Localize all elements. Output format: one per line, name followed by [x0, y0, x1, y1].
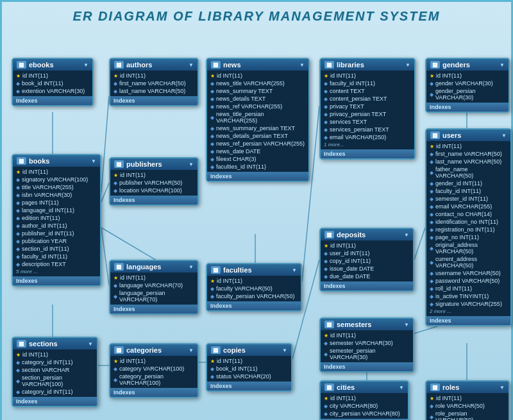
- dropdown-arrow-publishers[interactable]: ▼: [189, 162, 194, 167]
- field-icon: ◆: [16, 177, 20, 183]
- table-icon-categories: ▦: [114, 346, 124, 354]
- dropdown-arrow-users[interactable]: ▼: [501, 133, 507, 139]
- table-header-categories: ▦categories▼: [110, 344, 198, 356]
- dropdown-arrow-authors[interactable]: ▼: [189, 62, 194, 68]
- table-footer-sections[interactable]: Indexes: [13, 397, 97, 406]
- field-text: faculty_id INT(11): [22, 253, 67, 260]
- dropdown-arrow-faculties[interactable]: ▼: [292, 267, 297, 273]
- field-text: id INT(11): [120, 72, 146, 79]
- dropdown-arrow-news[interactable]: ▼: [299, 62, 305, 68]
- field-text: category_id INT(11): [22, 389, 73, 395]
- dropdown-arrow-sections[interactable]: ▼: [88, 341, 93, 347]
- field-icon: ◆: [210, 294, 214, 299]
- table-row: ◆edition INT(11): [13, 214, 100, 222]
- table-header-semesters: ▦semesters▼: [321, 319, 413, 330]
- field-icon: ◆: [324, 88, 328, 94]
- table-footer-categories[interactable]: Indexes: [110, 388, 198, 397]
- field-icon: ★: [210, 73, 215, 79]
- field-text: category_persian VARCHAR(100): [119, 373, 194, 386]
- table-semesters: ▦semesters▼★id INT(11)◆semester VARCHAR(…: [319, 317, 414, 373]
- table-footer-libraries[interactable]: Indexes: [321, 149, 414, 158]
- table-icon-books: ▦: [17, 157, 26, 165]
- table-deposits: ▦deposits▼★id INT(11)◆user_id INT(11)◆co…: [319, 228, 414, 292]
- table-footer-authors[interactable]: Indexes: [110, 96, 198, 105]
- svg-line-1: [101, 96, 109, 192]
- table-footer-faculties[interactable]: Indexes: [207, 301, 301, 310]
- table-footer-semesters[interactable]: Indexes: [321, 362, 413, 371]
- table-row: ★id INT(11): [321, 332, 413, 339]
- table-icon-genders: ▦: [430, 61, 440, 69]
- dropdown-arrow-libraries[interactable]: ▼: [405, 62, 410, 68]
- dropdown-arrow-roles[interactable]: ▼: [500, 385, 505, 391]
- field-icon: ◆: [430, 204, 433, 210]
- field-icon: ◆: [324, 251, 328, 256]
- field-text: title VARCHAR(255): [22, 184, 74, 190]
- field-text: username VARCHAR(50): [435, 270, 501, 276]
- field-icon: ◆: [210, 164, 214, 170]
- dropdown-arrow-languages[interactable]: ▼: [189, 264, 194, 270]
- field-text: privacy_persian TEXT: [330, 111, 386, 117]
- field-text: issue_date DATE: [330, 265, 374, 272]
- table-row: ◆faculty VARCHAR(50): [207, 285, 301, 292]
- table-row: ◆role_persian VARCHAR(50): [426, 410, 509, 420]
- dropdown-arrow-copies[interactable]: ▼: [282, 348, 287, 353]
- table-row: ◆father_name VARCHAR(50): [426, 165, 510, 180]
- field-text: role_persian VARCHAR(50): [435, 410, 505, 420]
- table-row: ◆status VARCHAR(20): [207, 373, 291, 380]
- table-roles: ▦roles▼★id INT(11)◆role VARCHAR(50)◆role…: [425, 380, 510, 420]
- field-text: section_id INT(11): [22, 246, 69, 252]
- table-row: ★id INT(11): [207, 277, 301, 285]
- dropdown-arrow-ebooks[interactable]: ▼: [83, 62, 88, 68]
- field-text: page_no INT(11): [435, 234, 479, 240]
- table-footer-books[interactable]: Indexes: [13, 276, 100, 285]
- dropdown-arrow-cities[interactable]: ▼: [399, 385, 404, 391]
- table-row: ◆isbn VARCHAR(30): [13, 191, 100, 199]
- table-row: ◆faculties_id INT(11): [207, 163, 308, 171]
- table-header-faculties: ▦faculties▼: [207, 264, 301, 276]
- svg-line-9: [414, 228, 425, 260]
- table-footer-news[interactable]: Indexes: [207, 172, 308, 181]
- table-row: ◆issue_date DATE: [321, 265, 413, 273]
- table-footer-genders[interactable]: Indexes: [426, 103, 509, 112]
- field-text: faculty_id INT(11): [435, 188, 481, 194]
- table-row: ◆pages INT(11): [13, 199, 100, 206]
- field-icon: ★: [16, 169, 21, 175]
- table-icon-roles: ▦: [430, 383, 440, 391]
- field-icon: ★: [210, 358, 215, 364]
- field-text: news_details TEXT: [216, 96, 265, 102]
- dropdown-arrow-categories[interactable]: ▼: [189, 348, 194, 353]
- table-footer-publishers[interactable]: Indexes: [110, 196, 198, 205]
- table-footer-languages[interactable]: Indexes: [110, 305, 198, 314]
- table-row: ◆category_persian VARCHAR(100): [110, 373, 198, 387]
- table-header-cities: ▦cities▼: [321, 382, 408, 393]
- table-row: ◆author_id INT(11): [13, 222, 100, 230]
- table-row: ◆faculty_id INT(11): [13, 253, 100, 260]
- field-icon: ◆: [324, 403, 328, 409]
- dropdown-arrow-semesters[interactable]: ▼: [404, 322, 409, 328]
- field-text: is_active TINYINT(1): [435, 293, 489, 299]
- table-name-faculties: faculties: [223, 266, 252, 274]
- table-footer-deposits[interactable]: Indexes: [321, 281, 413, 290]
- table-header-news: ▦news▼: [207, 59, 308, 71]
- table-icon-cities: ▦: [324, 383, 334, 391]
- dropdown-arrow-genders[interactable]: ▼: [500, 62, 505, 68]
- field-text: id INT(11): [330, 395, 356, 401]
- dropdown-arrow-deposits[interactable]: ▼: [404, 232, 409, 238]
- field-icon: ◆: [430, 260, 433, 265]
- table-row: ◆services_persian TEXT: [321, 126, 414, 133]
- table-faculties: ▦faculties▼★id INT(11)◆faculty VARCHAR(5…: [206, 263, 302, 312]
- dropdown-arrow-books[interactable]: ▼: [91, 158, 96, 164]
- field-icon: ◆: [114, 377, 117, 383]
- table-footer-users[interactable]: Indexes: [426, 316, 510, 325]
- table-row: ◆news_summary_persian TEXT: [207, 124, 308, 132]
- table-footer-copies[interactable]: Indexes: [207, 382, 291, 391]
- more-text-books: 5 more ...: [13, 268, 100, 275]
- table-copies: ▦copies▼★id INT(11)◆book_id INT(11)◆stat…: [206, 343, 292, 392]
- table-body-languages: ★id INT(11)◆language VARCHAR(70)◆languag…: [110, 273, 198, 305]
- field-icon: ★: [16, 73, 21, 79]
- field-icon: ◆: [430, 246, 433, 251]
- table-footer-ebooks[interactable]: Indexes: [13, 96, 92, 105]
- table-header-authors: ▦authors▼: [110, 59, 198, 71]
- field-text: status VARCHAR(20): [216, 373, 271, 380]
- table-name-deposits: deposits: [337, 231, 366, 239]
